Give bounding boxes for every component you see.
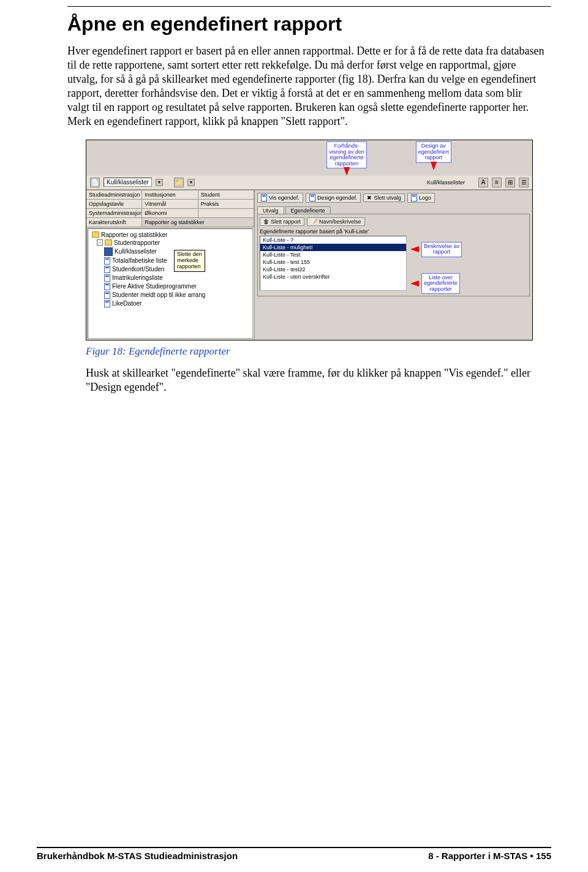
callout-list: Liste over egendefinerte rapporter [421, 273, 460, 294]
tree-root-label: Rapporter og statistikker [101, 231, 167, 238]
callout-design: Design av egendefinert rapport [416, 141, 451, 162]
callout-description: Beskrivelse av rapport [421, 242, 462, 257]
tab-rapporter[interactable]: Rapporter og statistikker [142, 218, 254, 227]
grid-a-icon[interactable]: A [478, 178, 488, 187]
navn-beskrivelse-button[interactable]: 📝Navn/beskrivelse [307, 217, 365, 226]
list-item[interactable]: Kull-Liste - test22 [260, 266, 406, 273]
trash-icon: 🗑 [263, 219, 269, 225]
template-dropdown[interactable]: Kull/klasselister [104, 178, 152, 187]
list-item[interactable]: Kull-Liste - uten overskrifter [260, 273, 406, 280]
tab-vitnemal[interactable]: Vitnemål [142, 200, 198, 209]
info-icon: 📝 [311, 219, 317, 225]
logo-button[interactable]: Logo [407, 193, 435, 203]
list-item[interactable]: Kull-Liste - Test [260, 251, 406, 258]
tree-item[interactable]: Flere Aktive Studieprogrammer [89, 282, 251, 291]
tree-item-label: Studentkort/Studen [112, 266, 165, 272]
report-item-icon [104, 266, 110, 273]
tree-item[interactable]: Totalalfabetiske liste [89, 257, 251, 265]
left-tab-grid: Studieadministrasjon Institusjonen Stude… [86, 190, 254, 227]
grid-b-icon[interactable]: ≡ [492, 178, 502, 187]
report-item-icon [104, 274, 110, 282]
tab-oppslagstavle[interactable]: Oppslagstavle [86, 200, 142, 209]
tree-item-label: Studenter meldt opp til ikke arrang [112, 291, 205, 298]
delete-icon: ✖ [367, 195, 372, 201]
list-item[interactable]: Kull-Liste - test 155 [260, 258, 406, 266]
callout-preview: Forhånds- visning av den egendefinerte r… [326, 141, 367, 168]
report-item-icon [104, 257, 110, 265]
report-item-icon [104, 247, 113, 256]
tree-item-label: Imatrikuleringsliste [112, 274, 163, 281]
folder-icon [105, 239, 112, 246]
arrow-icon [410, 246, 419, 252]
tree-item[interactable]: Studentkort/Studen [89, 265, 251, 274]
tree-root[interactable]: Rapporter og statistikker [89, 231, 251, 239]
tab-student[interactable]: Student [198, 190, 254, 200]
app-toolbar: 📄 Kull/klasselister ▾ 📁 ▾ Kull/klasselis… [86, 176, 532, 190]
tab-empty [198, 209, 254, 218]
dropdown-value: Kull/klasselister [107, 179, 149, 186]
tree-item-label: LikeDatoer [112, 300, 141, 307]
button-label: Slett rapport [271, 219, 301, 225]
folder-icon[interactable]: 📁 [174, 178, 184, 187]
list-item[interactable]: Kull-Liste - mulighet! [260, 244, 406, 251]
tree-item[interactable]: LikeDatoer [89, 299, 251, 308]
arrow-icon [410, 280, 419, 287]
arrow-icon [344, 167, 350, 176]
tree-item-label: Kull/klasselister [115, 248, 157, 255]
logo-icon [411, 194, 417, 201]
button-label: Slett utvalg [374, 195, 401, 201]
panel-label: Egendefinerte rapporter basert på 'Kull-… [260, 227, 527, 236]
slett-rapport-button[interactable]: 🗑Slett rapport [260, 217, 304, 226]
footer-left: Brukerhåndbok M-STAS Studieadministrasjo… [37, 851, 238, 861]
note-paragraph: Husk at skillearket "egendefinerte" skal… [86, 366, 551, 394]
tree-folder-label: Studentrapporter [114, 239, 160, 246]
dropdown-arrow-icon[interactable]: ▾ [187, 179, 195, 186]
button-label: Design egendef. [317, 195, 358, 201]
vis-egendef-button[interactable]: Vis egendef. [257, 193, 303, 203]
tab-okonomi[interactable]: Økonomi [142, 209, 198, 218]
footer-right: 8 - Rapporter i M-STAS • 155 [428, 851, 551, 861]
arrow-icon [431, 162, 437, 170]
button-label: Vis egendef. [269, 195, 300, 201]
report-tree[interactable]: Rapporter og statistikker − Studentrappo… [88, 228, 253, 339]
tab-systemadmin[interactable]: Systemadministrasjon [86, 209, 142, 218]
report-item-icon [104, 283, 110, 290]
tab-praksis[interactable]: Praksis [198, 200, 254, 209]
tree-item[interactable]: Studenter meldt opp til ikke arrang [89, 291, 251, 299]
dropdown-arrow-icon[interactable]: ▾ [156, 179, 163, 186]
grid-c-icon[interactable]: ⊞ [505, 178, 515, 187]
intro-paragraph: Hver egendefinert rapport er basert på e… [67, 44, 545, 129]
report-item-icon [104, 300, 110, 307]
design-icon [309, 194, 315, 201]
tree-item-label: Totalalfabetiske liste [112, 257, 167, 264]
figure-caption: Figur 18: Egendefinerte rapporter [86, 345, 551, 358]
expand-icon[interactable]: − [97, 239, 103, 246]
tree-item[interactable]: Kull/klasselister [89, 247, 251, 257]
tree-item-label: Flere Aktive Studieprogrammer [112, 283, 197, 290]
tooltip-delete: Slette den merkede rapporten [174, 250, 205, 272]
tab-institusjonen[interactable]: Institusjonen [142, 190, 198, 200]
toolbar-label: Kull/klasselister [427, 179, 465, 186]
tree-item[interactable]: Imatrikuleringsliste [89, 274, 251, 282]
custom-report-listbox[interactable]: Kull-Liste - ? Kull-Liste - mulighet! Ku… [260, 236, 407, 291]
report-item-icon [104, 291, 110, 299]
tree-folder[interactable]: − Studentrapporter [89, 239, 251, 247]
design-egendef-button[interactable]: Design egendef. [306, 193, 361, 203]
button-label: Logo [419, 195, 431, 201]
egendefinerte-panel: 🗑Slett rapport 📝Navn/beskrivelse Egendef… [257, 214, 530, 296]
folder-icon [92, 231, 99, 238]
list-item[interactable]: Kull-Liste - ? [260, 236, 406, 244]
tab-karakterutskrift[interactable]: Karakterutskrift [86, 218, 142, 227]
grid-d-icon[interactable]: ☰ [519, 178, 529, 187]
slett-utvalg-button[interactable]: ✖Slett utvalg [363, 194, 405, 202]
button-label: Navn/beskrivelse [319, 219, 361, 225]
page-footer: Brukerhåndbok M-STAS Studieadministrasjo… [37, 843, 551, 861]
report-icon: 📄 [90, 178, 100, 187]
section-heading: Åpne en egendefinert rapport [67, 13, 551, 36]
preview-icon [261, 194, 267, 201]
figure-18-screenshot: Forhånds- visning av den egendefinerte r… [86, 140, 533, 340]
tab-studieadmin[interactable]: Studieadministrasjon [86, 190, 142, 200]
